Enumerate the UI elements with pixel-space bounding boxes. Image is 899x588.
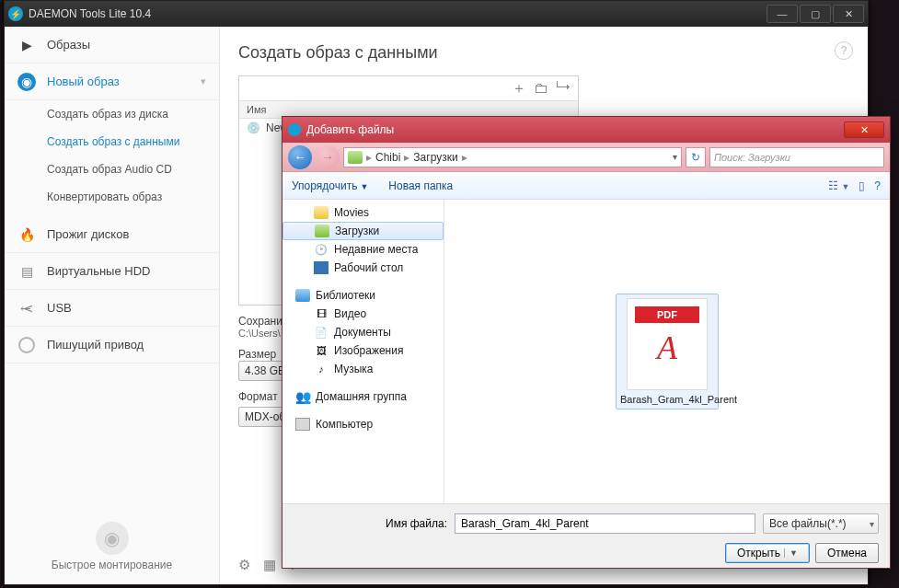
app-title: DAEMON Tools Lite 10.4: [29, 7, 151, 20]
dialog-titlebar[interactable]: Добавить файлы ✕: [282, 117, 890, 143]
sidebar-sub-convert[interactable]: Конвертировать образ: [5, 183, 219, 211]
tree-libraries[interactable]: Библиотеки: [282, 286, 444, 305]
sidebar-item-vhdd[interactable]: ▤ Виртуальные HDD: [5, 253, 219, 290]
disc-icon: [17, 336, 36, 354]
file-filter-combo[interactable]: Все файлы(*.*): [763, 513, 879, 534]
tree-documents[interactable]: 📄Документы: [282, 323, 444, 341]
homegroup-icon: 👥: [295, 390, 310, 403]
tree-recent[interactable]: 🕑Недавние места: [282, 240, 444, 259]
chevron-right-icon: ▸: [366, 151, 372, 164]
chevron-right-icon: ▸: [462, 151, 467, 164]
file-name: Barash_Gram_4kl_Parent: [620, 394, 714, 405]
crumb-folder[interactable]: Загрузки: [413, 151, 457, 164]
tree-desktop[interactable]: Рабочий стол: [282, 259, 444, 277]
cancel-button[interactable]: Отмена: [815, 543, 879, 563]
hdd-icon: ▤: [17, 262, 36, 281]
disc-small-icon: 💿: [247, 121, 260, 134]
tree-video[interactable]: 🎞Видео: [282, 305, 444, 323]
picture-icon: 🖼: [314, 344, 328, 357]
chevron-down-icon: ▾: [201, 75, 206, 87]
tree-homegroup[interactable]: 👥Домашняя группа: [282, 387, 444, 406]
add-files-dialog: Добавить файлы ✕ ← → ▸ Chibi ▸ Загрузки …: [282, 116, 891, 569]
disc-large-icon: ◉: [96, 522, 129, 555]
sidebar: ▶ Образы ◉ Новый образ ▾ Создать образ и…: [5, 27, 220, 584]
open-button[interactable]: Открыть▼: [725, 543, 810, 563]
recent-icon: 🕑: [314, 243, 328, 256]
dialog-footer: Имя файла: Все файлы(*.*) Открыть▼ Отмен…: [282, 503, 890, 568]
sidebar-sub-with-data[interactable]: Создать образ с данными: [5, 128, 219, 156]
dialog-toolbar: Упорядочить▼ Новая папка ☷ ▼ ▯ ?: [282, 172, 890, 200]
news-icon[interactable]: ▦: [263, 557, 276, 573]
breadcrumb[interactable]: ▸ Chibi ▸ Загрузки ▸ ▾: [343, 147, 682, 167]
tree-downloads[interactable]: Загрузки: [282, 222, 444, 240]
folder-icon[interactable]: 🗀: [534, 80, 548, 97]
sidebar-item-burn[interactable]: 🔥 Прожиг дисков: [5, 216, 219, 253]
file-item[interactable]: PDF A Barash_Gram_4kl_Parent: [616, 294, 719, 409]
computer-icon: [295, 418, 310, 431]
refresh-button[interactable]: ↻: [686, 147, 706, 167]
maximize-button[interactable]: ▢: [800, 5, 831, 23]
library-icon: [295, 289, 310, 302]
tree-movies[interactable]: Movies: [282, 203, 444, 222]
chevron-right-icon: ▸: [404, 151, 409, 164]
desktop-icon: [314, 261, 328, 274]
crumb-user[interactable]: Chibi: [375, 151, 400, 164]
play-icon: ▶: [17, 36, 36, 54]
sidebar-item-writer[interactable]: Пишущий привод: [5, 327, 219, 363]
settings-icon[interactable]: ⚙: [238, 557, 250, 573]
quick-mount-button[interactable]: ◉ Быстрое монтирование: [5, 513, 219, 584]
tree-computer[interactable]: Компьютер: [282, 415, 444, 433]
add-icon[interactable]: ＋: [512, 79, 526, 98]
new-folder-button[interactable]: Новая папка: [388, 179, 453, 192]
downloads-icon: [315, 225, 329, 237]
nav-back-button[interactable]: ←: [288, 145, 312, 169]
downloads-icon: [348, 151, 363, 164]
search-input[interactable]: Поиск: Загрузки: [709, 147, 884, 167]
close-button[interactable]: ✕: [833, 5, 864, 23]
sidebar-item-images[interactable]: ▶ Образы: [5, 27, 219, 63]
sidebar-item-new-image[interactable]: ◉ Новый образ ▾: [5, 63, 219, 100]
sidebar-sub-from-disk[interactable]: Создать образ из диска: [5, 100, 219, 128]
document-icon: 📄: [314, 326, 328, 339]
minimize-button[interactable]: —: [766, 5, 798, 23]
nav-forward-button[interactable]: →: [316, 145, 340, 169]
view-mode-button[interactable]: ☷ ▼: [828, 179, 849, 192]
toolbar-help-button[interactable]: ?: [874, 179, 881, 192]
crumb-dd-icon[interactable]: ▾: [673, 152, 677, 162]
folder-tree[interactable]: Movies Загрузки 🕑Недавние места Рабочий …: [282, 200, 444, 503]
dialog-title: Добавить файлы: [306, 123, 394, 136]
tree-pictures[interactable]: 🖼Изображения: [282, 341, 444, 360]
tree-music[interactable]: ♪Музыка: [282, 360, 444, 378]
preview-pane-button[interactable]: ▯: [859, 179, 865, 192]
main-titlebar[interactable]: ⚡ DAEMON Tools Lite 10.4 — ▢ ✕: [5, 1, 868, 27]
video-icon: 🎞: [314, 307, 328, 320]
export-icon[interactable]: ⮡: [556, 80, 571, 97]
filename-input[interactable]: [455, 513, 755, 534]
help-button[interactable]: ?: [835, 41, 853, 60]
usb-icon: ⥷: [17, 299, 36, 317]
app-logo-icon: ⚡: [8, 6, 23, 21]
music-icon: ♪: [314, 363, 328, 375]
pdf-icon: PDF A: [627, 298, 708, 390]
folder-icon: [314, 206, 328, 219]
dialog-logo-icon: [288, 123, 301, 136]
sidebar-item-usb[interactable]: ⥷ USB: [5, 290, 219, 327]
circle-dot-icon: ◉: [17, 73, 36, 91]
organize-button[interactable]: Упорядочить▼: [292, 179, 368, 192]
sidebar-sub-audio-cd[interactable]: Создать образ Audio CD: [5, 156, 219, 183]
page-title: Создать образ с данными: [238, 43, 849, 63]
file-view[interactable]: PDF A Barash_Gram_4kl_Parent: [444, 200, 890, 503]
flame-icon: 🔥: [17, 225, 36, 244]
filename-label: Имя файла:: [386, 517, 447, 530]
dialog-nav: ← → ▸ Chibi ▸ Загрузки ▸ ▾ ↻ Поиск: Загр…: [282, 143, 890, 172]
dialog-close-button[interactable]: ✕: [844, 121, 884, 138]
